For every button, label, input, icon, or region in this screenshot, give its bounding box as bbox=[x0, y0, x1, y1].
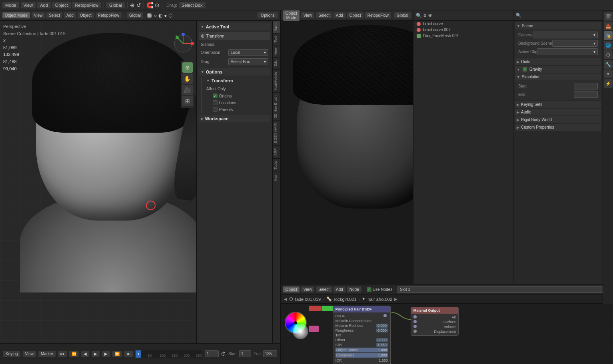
color-wheel[interactable] bbox=[285, 312, 307, 334]
slot-dropdown[interactable]: Slot 1 ▾ bbox=[397, 286, 611, 293]
timeline-numbers[interactable]: 50 100 150 200 250 1 bbox=[136, 350, 202, 358]
axis-gizmo[interactable]: X Y Z bbox=[172, 33, 194, 55]
audio-header[interactable]: ▶ Audio bbox=[515, 109, 601, 115]
use-nodes-toggle[interactable]: Use Nodes bbox=[367, 287, 392, 292]
bg-scene-dropdown[interactable]: ▾ bbox=[552, 40, 598, 47]
grid-tool[interactable]: ⊞ bbox=[182, 96, 193, 106]
end-frame-input[interactable] bbox=[263, 350, 277, 357]
options-header[interactable]: ▼ Options bbox=[199, 68, 270, 76]
cursor-tool[interactable]: ⊕ bbox=[182, 62, 193, 73]
keying-sets-header[interactable]: ▶ Keying Sets bbox=[515, 101, 601, 108]
workspace-header[interactable]: ▶ Workspace bbox=[199, 115, 270, 122]
parents-checkbox[interactable] bbox=[213, 107, 218, 112]
sim-end-input[interactable] bbox=[574, 91, 598, 98]
gravity-checkbox[interactable] bbox=[523, 67, 527, 72]
bc-arrow-right[interactable]: ▶ bbox=[394, 297, 397, 301]
color-swatch[interactable] bbox=[309, 326, 319, 332]
sim-start-input[interactable] bbox=[574, 83, 598, 90]
prev-frame-btn[interactable]: ⏪ bbox=[69, 351, 79, 357]
active-clip-dropdown[interactable]: ▾ bbox=[537, 48, 598, 55]
locations-checkbox[interactable] bbox=[213, 100, 218, 105]
viewport-icon-2[interactable]: ○ bbox=[154, 13, 157, 18]
bc-arrow-left[interactable]: ◀ bbox=[284, 297, 287, 301]
transform-icon[interactable]: ⊕ bbox=[130, 2, 135, 8]
view-icon[interactable]: 👁 bbox=[428, 13, 433, 18]
outline-item-braid-curve-007[interactable]: braid curve.007 bbox=[413, 27, 513, 33]
gravity-header[interactable]: ▼ Gravity bbox=[515, 66, 601, 73]
vp-add-btn[interactable]: Add bbox=[64, 12, 76, 18]
orientation-dropdown[interactable]: Local ▾ bbox=[228, 49, 268, 56]
principled-hair-node[interactable]: Principled Hair BSDF BSDF Melanin Concen… bbox=[333, 306, 391, 364]
drag-value-btn[interactable]: Select Box bbox=[179, 2, 206, 8]
side-tab-arp[interactable]: ARP bbox=[273, 145, 280, 158]
ne-node-btn[interactable]: Node bbox=[347, 286, 361, 292]
drag-dropdown[interactable]: Select Box ▾ bbox=[228, 58, 268, 65]
scene-top-header[interactable]: ▼ Scene bbox=[515, 22, 601, 29]
menu-object[interactable]: Object bbox=[52, 2, 71, 8]
props-tab-render[interactable]: 🎬 bbox=[604, 12, 613, 21]
node-canvas[interactable]: Principled Hair BSDF BSDF Melanin Concen… bbox=[281, 304, 613, 364]
origins-checkbox[interactable] bbox=[213, 93, 218, 98]
options-btn[interactable]: Options bbox=[258, 12, 278, 18]
snap-icon[interactable]: 🧲 bbox=[146, 2, 153, 8]
rvp-global-btn[interactable]: Global bbox=[394, 12, 411, 18]
menu-mode[interactable]: Mode bbox=[2, 2, 19, 8]
props-filter-icon[interactable]: 🔍 bbox=[516, 13, 521, 18]
jump-end-btn[interactable]: ⏭ bbox=[124, 351, 133, 357]
start-frame-input[interactable] bbox=[239, 350, 251, 357]
viewport-icon-1[interactable]: 🔘 bbox=[146, 13, 152, 18]
side-tab-bgenhair[interactable]: BGEN HAIR bbox=[273, 120, 280, 145]
proportional-icon[interactable]: ⊙ bbox=[155, 2, 160, 8]
side-tab-tools[interactable]: Tools bbox=[273, 158, 280, 172]
side-tab-view[interactable]: View bbox=[273, 45, 280, 58]
units-header[interactable]: ▶ Units bbox=[515, 58, 601, 65]
props-tab-physics[interactable]: ⚡ bbox=[604, 79, 613, 88]
rvp-object-btn[interactable]: Object bbox=[347, 12, 363, 18]
rvp-view-btn[interactable]: View bbox=[301, 12, 315, 18]
viewport-icon-5[interactable]: ⬡ bbox=[168, 13, 172, 18]
keying-btn[interactable]: Keying bbox=[3, 351, 20, 357]
vp-select-btn[interactable]: Select bbox=[46, 12, 62, 18]
ne-add-btn[interactable]: Add bbox=[333, 286, 345, 292]
camera-tool[interactable]: 🎥 bbox=[182, 85, 193, 95]
menu-retopoflow[interactable]: RetopoFlow bbox=[72, 2, 102, 8]
side-tab-edit[interactable]: Edit bbox=[273, 58, 280, 69]
menu-view[interactable]: View bbox=[21, 2, 36, 8]
rvp-add-btn[interactable]: Add bbox=[333, 12, 345, 18]
right-3d-viewport[interactable]: Object Mode View Select Add Object Retop… bbox=[281, 10, 413, 284]
props-tab-object[interactable]: ⬡ bbox=[604, 50, 613, 59]
move-tool[interactable]: ✋ bbox=[182, 74, 193, 84]
viewport-icon-4[interactable]: ● bbox=[164, 13, 167, 18]
props-tab-world[interactable]: 🌐 bbox=[604, 41, 613, 50]
ne-view-btn[interactable]: View bbox=[301, 286, 315, 292]
transform-sub-header[interactable]: ▼ Transform bbox=[205, 77, 270, 84]
timeline-view-btn[interactable]: View bbox=[23, 351, 36, 357]
side-tab-item[interactable]: Item bbox=[273, 21, 280, 33]
menu-add[interactable]: Add bbox=[37, 2, 51, 8]
material-output-node[interactable]: Material Output All Surface Volume bbox=[411, 307, 459, 336]
props-tab-output[interactable]: 📤 bbox=[604, 22, 613, 30]
play-btn[interactable]: ▶ bbox=[92, 351, 100, 357]
next-frame-btn[interactable]: ⏩ bbox=[112, 351, 122, 357]
filter-icon[interactable]: ≡ bbox=[423, 13, 426, 18]
vp-mode-btn[interactable]: Object Mode bbox=[2, 12, 30, 18]
simulation-header[interactable]: ▼ Simulation bbox=[515, 74, 601, 80]
next-keyframe-btn[interactable]: ▶ bbox=[102, 351, 110, 357]
search-icon[interactable]: 🔍 bbox=[416, 13, 422, 18]
prev-keyframe-btn[interactable]: ◀ bbox=[81, 351, 89, 357]
viewport-icon-3[interactable]: ◐ bbox=[158, 13, 162, 18]
camera-dropdown[interactable]: ▾ bbox=[533, 32, 598, 38]
left-3d-viewport[interactable]: Perspective Scene Collection | fade 001.… bbox=[0, 21, 280, 343]
side-tab-tool[interactable]: Tool bbox=[273, 33, 280, 45]
marker-btn[interactable]: Marker bbox=[38, 351, 56, 357]
rvp-retopoflow-btn[interactable]: RetopoFlow bbox=[365, 12, 391, 18]
side-tab-3dhairbrush[interactable]: 3D Hair Brush bbox=[273, 93, 280, 121]
props-tab-particles[interactable]: ✦ bbox=[604, 70, 613, 78]
custom-props-header[interactable]: ▶ Custom Properties bbox=[515, 124, 601, 131]
outline-item-dax-facemesh[interactable]: Dax_FaceMesh.001 bbox=[413, 33, 513, 39]
rvp-mode-btn[interactable]: Object Mode bbox=[283, 10, 300, 21]
jump-start-btn[interactable]: ⏮ bbox=[58, 351, 67, 357]
outline-item-braid-curve[interactable]: braid curve bbox=[413, 21, 513, 27]
rotate-icon[interactable]: ↺ bbox=[136, 2, 141, 8]
side-tab-hairmodule[interactable]: HairModule bbox=[273, 69, 280, 93]
